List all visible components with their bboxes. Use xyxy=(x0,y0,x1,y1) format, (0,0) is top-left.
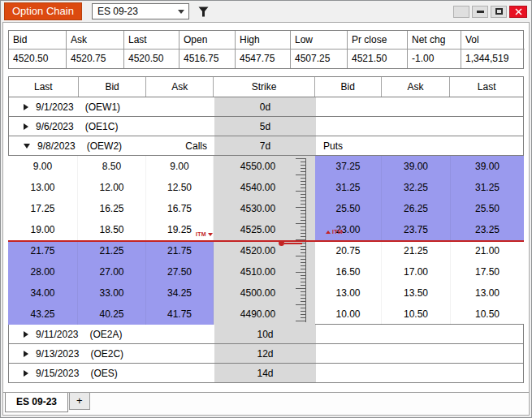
quote-header-cell: Bid xyxy=(9,31,67,50)
quote-summary-table: BidAskLastOpenHighLowPr closeNet chgVol4… xyxy=(8,30,524,69)
expiration-group-row[interactable]: 9/6/2023(OE1C)5d xyxy=(8,116,524,136)
quote-value-cell: 4521.50 xyxy=(348,50,408,68)
option-row[interactable]: 43.2540.2541.754490.0010.0010.5010.50 xyxy=(8,304,524,325)
call-bid-cell: 40.25 xyxy=(78,304,146,325)
filter-icon[interactable] xyxy=(198,6,209,17)
expand-icon xyxy=(24,123,28,130)
collapse-icon xyxy=(24,144,30,149)
group-left-section: 9/11/2023(OE2A) xyxy=(9,325,214,343)
restore-button[interactable] xyxy=(453,6,469,18)
quote-header-cell: Last xyxy=(124,31,179,50)
put-bid-cell: 13.00 xyxy=(315,282,382,304)
main-panel: BidAskLastOpenHighLowPr closeNet chgVol4… xyxy=(2,22,530,416)
close-button[interactable] xyxy=(509,6,527,18)
call-last-cell: 17.25 xyxy=(8,198,78,219)
maximize-button[interactable] xyxy=(491,6,507,18)
option-row[interactable]: 19.0018.5019.254525.0023.0023.7523.25 xyxy=(8,219,524,240)
option-chain-table: LastBidAskStrikeBidAskLast 9/1/2023(OEW1… xyxy=(8,76,524,383)
expiration-code: (OES) xyxy=(90,368,117,379)
expiration-date: 9/6/2023 xyxy=(36,121,74,132)
call-bid-cell: 27.00 xyxy=(78,261,146,282)
quote-value-cell: 1,344,519 xyxy=(461,50,525,68)
group-right-section xyxy=(316,325,523,343)
group-right-section xyxy=(316,117,523,136)
expiration-date: 9/13/2023 xyxy=(36,348,79,360)
option-row[interactable]: 34.0033.0034.254500.0013.0013.5013.00 xyxy=(8,282,524,304)
chain-header-cell: Bid xyxy=(79,77,147,97)
option-row[interactable]: 17.2516.2516.754530.0025.5026.2525.50 xyxy=(8,198,524,219)
quote-header-cell: Low xyxy=(291,31,348,50)
call-last-cell: 21.75 xyxy=(8,240,78,261)
calls-itm-label: ITM xyxy=(196,231,206,237)
put-bid-cell: 25.50 xyxy=(315,198,382,219)
option-row[interactable]: 21.7521.2521.754520.0020.7521.2521.00 xyxy=(8,240,524,261)
put-bid-cell: 10.00 xyxy=(315,304,382,325)
call-bid-cell: 18.50 xyxy=(78,219,146,240)
call-ask-cell: 21.75 xyxy=(146,240,214,261)
expiration-date: 9/1/2023 xyxy=(36,101,74,113)
days-to-expiry: 5d xyxy=(214,117,316,136)
quote-header-cell: Open xyxy=(179,31,236,50)
put-ask-cell: 39.00 xyxy=(382,156,451,177)
quote-header-cell: High xyxy=(236,31,291,50)
expiration-group-row[interactable]: 9/11/2023(OE2A)10d xyxy=(8,324,524,344)
group-left-section: 9/13/2023(OE2C) xyxy=(9,344,214,363)
call-bid-cell: 8.50 xyxy=(78,156,146,177)
option-row[interactable]: 28.0027.0027.504510.0016.5017.0017.50 xyxy=(8,261,524,282)
expiration-code: (OEW2) xyxy=(87,140,122,152)
put-last-cell: 23.25 xyxy=(451,219,524,240)
symbol-dropdown[interactable]: ES 09-23 xyxy=(92,3,189,19)
group-right-section xyxy=(316,344,523,363)
chain-header-cell: Strike xyxy=(214,77,315,97)
put-last-cell: 21.00 xyxy=(451,240,524,261)
call-last-cell: 43.25 xyxy=(8,304,78,325)
put-last-cell: 17.50 xyxy=(451,261,524,282)
expiration-date: 9/8/2023 xyxy=(37,140,76,152)
minimize-icon xyxy=(477,11,484,13)
expiration-code: (OE2C) xyxy=(90,348,123,360)
option-row[interactable]: 13.0012.0012.504540.0031.2532.2531.25 xyxy=(8,177,524,198)
tab-es-09-23[interactable]: ES 09-23 xyxy=(5,393,68,412)
quote-value-cell: 4507.25 xyxy=(291,50,348,68)
group-left-section: 9/8/2023(OEW2)Calls xyxy=(9,136,214,155)
put-ask-cell: 32.25 xyxy=(382,177,451,198)
option-row[interactable]: 9.008.509.004550.0037.2539.0039.00 xyxy=(8,156,524,177)
put-ask-cell: 17.00 xyxy=(382,261,451,282)
group-right-section xyxy=(316,364,523,382)
window-controls xyxy=(453,6,527,18)
chain-header-cell: Bid xyxy=(315,77,382,97)
plus-icon: + xyxy=(76,394,83,407)
expiration-group-row-expanded[interactable]: 9/8/2023(OEW2)Calls7dPuts xyxy=(8,136,524,156)
minimize-button[interactable] xyxy=(472,6,488,18)
group-left-section: 9/6/2023(OE1C) xyxy=(9,117,214,136)
expiration-group-row[interactable]: 9/13/2023(OE2C)12d xyxy=(8,343,524,364)
call-bid-cell: 33.00 xyxy=(78,282,146,304)
quote-header-cell: Vol xyxy=(461,31,525,50)
itm-down-triangle-icon xyxy=(208,233,213,236)
days-to-expiry: 12d xyxy=(214,344,316,363)
title-bar: Option Chain ES 09-23 xyxy=(1,1,531,22)
expiration-group-row[interactable]: 9/15/2023(OES)14d xyxy=(8,363,524,383)
expand-icon xyxy=(24,351,28,357)
call-ask-cell: 27.50 xyxy=(146,261,214,282)
chain-header-cell: Last xyxy=(450,77,523,97)
put-ask-cell: 21.25 xyxy=(382,240,451,261)
call-last-cell: 13.00 xyxy=(8,177,78,198)
expand-icon xyxy=(24,104,28,110)
chain-header-cell: Ask xyxy=(382,77,451,97)
put-last-cell: 10.50 xyxy=(451,304,524,325)
put-bid-cell: 37.25 xyxy=(315,156,382,177)
call-last-cell: 28.00 xyxy=(8,261,78,282)
quote-value-cell: 4520.75 xyxy=(67,50,124,68)
put-ask-cell: 26.25 xyxy=(382,198,451,219)
expiration-group-row[interactable]: 9/1/2023(OEW1)0d xyxy=(8,97,524,117)
put-ask-cell: 13.50 xyxy=(382,282,451,304)
days-to-expiry: 7d xyxy=(214,136,316,155)
add-tab-button[interactable]: + xyxy=(69,393,90,410)
window-title: Option Chain xyxy=(4,2,82,20)
chain-groups-top: 9/1/2023(OEW1)0d9/6/2023(OE1C)5d xyxy=(8,97,524,136)
puts-itm-label: ITM xyxy=(332,229,343,235)
chain-groups-bottom: 9/11/2023(OE2A)10d9/13/2023(OE2C)12d9/15… xyxy=(8,324,524,383)
call-ask-cell: 34.25 xyxy=(146,282,214,304)
days-to-expiry: 10d xyxy=(214,325,316,343)
